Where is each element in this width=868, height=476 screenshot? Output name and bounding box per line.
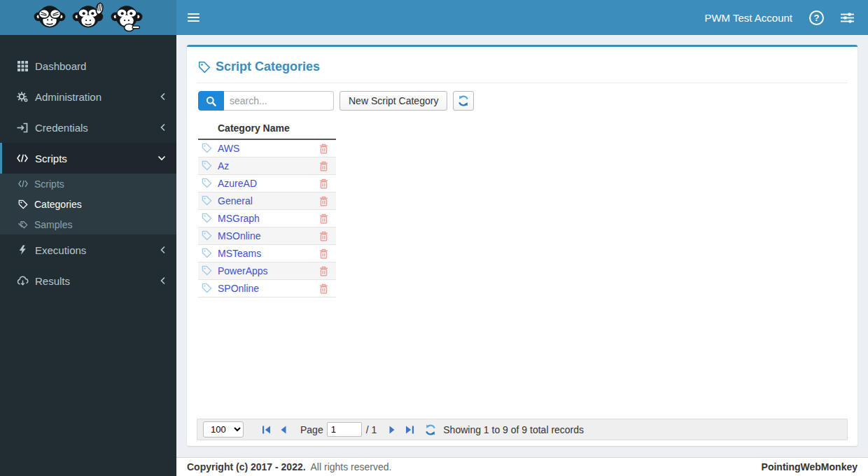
sliders-icon[interactable] xyxy=(841,13,854,23)
hamburger-icon xyxy=(188,11,200,24)
topbar: PWM Test Account ? xyxy=(176,0,868,35)
sidebar-item-label: Credentials xyxy=(35,122,88,134)
table-row: AWS xyxy=(198,139,336,157)
tag-icon xyxy=(202,195,212,206)
previous-page-button[interactable] xyxy=(276,426,290,434)
sign-in-icon xyxy=(16,122,29,133)
sidebar-item-administration[interactable]: Administration xyxy=(0,81,176,112)
delete-icon[interactable] xyxy=(319,161,328,172)
last-page-button[interactable] xyxy=(402,426,416,434)
monkey-hand-up-icon xyxy=(70,1,106,34)
new-script-category-button[interactable]: New Script Category xyxy=(340,91,447,111)
table-header-row: Category Name xyxy=(198,118,336,139)
delete-icon[interactable] xyxy=(319,214,328,224)
sidebar-item-label: Executions xyxy=(35,244,86,256)
category-link[interactable]: MSTeams xyxy=(218,248,261,259)
sidebar-item-credentials[interactable]: Credentials xyxy=(0,112,176,143)
delete-icon[interactable] xyxy=(319,144,328,154)
delete-icon[interactable] xyxy=(319,248,328,259)
footer: Copyright (c) 2017 - 2022. All rights re… xyxy=(176,457,868,476)
search-group xyxy=(198,91,334,111)
category-link[interactable]: Az xyxy=(218,160,229,172)
sidebar-subitem-label: Samples xyxy=(34,219,72,230)
sidebar-menu: Dashboard Administration xyxy=(0,35,176,296)
category-table-body: AWS xyxy=(198,139,336,297)
category-link[interactable]: PowerApps xyxy=(218,265,268,276)
delete-icon[interactable] xyxy=(319,178,328,189)
category-link[interactable]: AzureAD xyxy=(218,178,257,189)
category-table: Category Name AWS xyxy=(198,118,336,298)
tags-icon xyxy=(18,220,29,230)
bolt-icon xyxy=(16,244,29,255)
chevron-left-icon xyxy=(160,123,166,132)
table-row: AzureAD xyxy=(198,174,336,192)
cloud-download-icon xyxy=(16,276,29,286)
next-page-button[interactable] xyxy=(385,426,399,434)
main-content: Script Categories New Script Category xyxy=(176,35,868,457)
sidebar-item-results[interactable]: Results xyxy=(0,265,176,296)
tag-icon xyxy=(198,61,211,74)
chevron-left-icon xyxy=(160,276,166,285)
code-icon xyxy=(18,180,29,188)
table-row: MSTeams xyxy=(198,244,336,262)
gears-icon xyxy=(16,91,29,102)
category-link[interactable]: MSOnline xyxy=(218,230,260,241)
search-icon xyxy=(206,96,216,106)
script-categories-card: Script Categories New Script Category xyxy=(187,45,858,446)
brand-name: PointingWebMonkey xyxy=(762,461,858,472)
page-number-input[interactable] xyxy=(327,422,362,437)
table-row: Az xyxy=(198,157,336,174)
toolbar: New Script Category xyxy=(198,91,848,111)
account-menu[interactable]: PWM Test Account xyxy=(704,12,792,24)
refresh-icon xyxy=(458,95,469,106)
sidebar-subitem-scripts[interactable]: Scripts xyxy=(0,174,176,194)
tag-icon xyxy=(202,230,212,241)
first-page-button[interactable] xyxy=(259,426,273,434)
sidebar-item-label: Scripts xyxy=(35,153,67,164)
table-row: SPOnline xyxy=(198,279,336,297)
sidebar-item-label: Dashboard xyxy=(35,60,86,72)
sidebar-item-dashboard[interactable]: Dashboard xyxy=(0,50,176,81)
pagination-bar: 100 Page / 1 xyxy=(197,419,848,440)
tag-icon xyxy=(202,213,212,223)
category-link[interactable]: MSGraph xyxy=(218,213,260,224)
search-input[interactable] xyxy=(224,91,334,111)
page-size-select[interactable]: 100 xyxy=(203,421,244,438)
category-link[interactable]: AWS xyxy=(218,143,239,154)
delete-icon[interactable] xyxy=(319,266,328,276)
app-logo[interactable] xyxy=(0,0,176,35)
tag-icon xyxy=(18,200,29,209)
page-title: Script Categories xyxy=(198,59,848,74)
sidebar: Dashboard Administration xyxy=(0,0,176,476)
category-link[interactable]: SPOnline xyxy=(218,283,259,294)
delete-icon[interactable] xyxy=(319,284,328,294)
delete-icon[interactable] xyxy=(319,196,328,206)
total-pages-label: / 1 xyxy=(366,424,377,435)
copyright-text: Copyright (c) 2017 - 2022. All rights re… xyxy=(187,461,391,472)
sidebar-item-scripts[interactable]: Scripts xyxy=(0,143,176,174)
search-button[interactable] xyxy=(198,91,224,111)
table-row: PowerApps xyxy=(198,262,336,279)
table-row: General xyxy=(198,192,336,209)
delete-icon[interactable] xyxy=(319,231,328,241)
sidebar-toggle-button[interactable] xyxy=(176,0,211,35)
tag-icon xyxy=(202,283,212,293)
refresh-button[interactable] xyxy=(453,91,474,111)
sidebar-subitem-samples[interactable]: Samples xyxy=(0,214,176,234)
refresh-icon[interactable] xyxy=(425,424,436,435)
tag-icon xyxy=(202,265,212,276)
sidebar-subitem-categories[interactable]: Categories xyxy=(0,194,176,214)
sidebar-subitem-label: Categories xyxy=(34,199,82,210)
record-count-status: Showing 1 to 9 of 9 total records xyxy=(443,424,584,435)
category-link[interactable]: General xyxy=(218,195,253,206)
help-icon[interactable]: ? xyxy=(809,10,824,25)
tag-icon xyxy=(202,160,212,171)
sidebar-subitem-label: Scripts xyxy=(34,178,64,190)
chevron-left-icon xyxy=(160,246,166,254)
chevron-down-icon xyxy=(158,155,166,161)
divider xyxy=(197,83,848,83)
table-row: MSGraph xyxy=(198,209,336,227)
sidebar-item-executions[interactable]: Executions xyxy=(0,234,176,265)
monkey-see-no-evil-icon xyxy=(31,1,68,34)
sidebar-item-label: Results xyxy=(35,275,70,287)
